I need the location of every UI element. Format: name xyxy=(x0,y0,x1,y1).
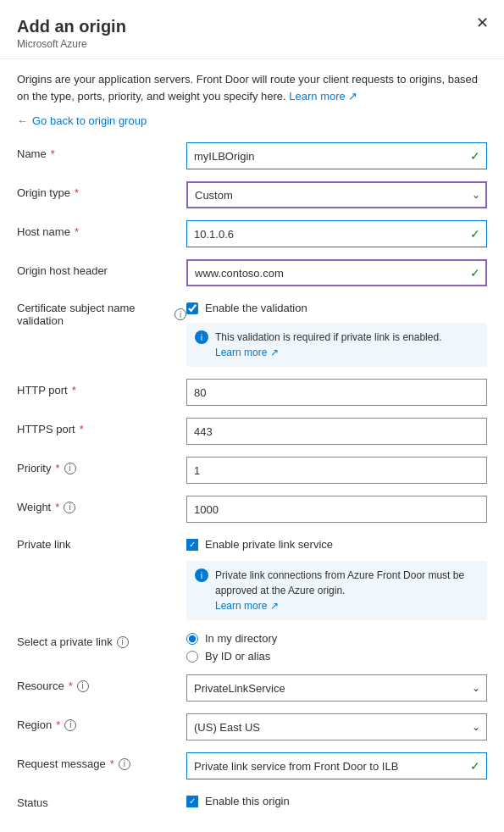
request-message-control: ✓ xyxy=(186,752,487,779)
name-required: * xyxy=(51,147,55,160)
name-input[interactable] xyxy=(186,142,487,169)
cert-info-box-text: This validation is required if private l… xyxy=(215,330,441,360)
private-link-radio-group: In my directory By ID or alias xyxy=(186,632,487,663)
cert-validation-info-box: i This validation is required if private… xyxy=(186,323,487,367)
cert-validation-info-icon[interactable]: i xyxy=(174,308,186,320)
http-port-required: * xyxy=(72,384,76,397)
private-link-info-box-text: Private link connections from Azure Fron… xyxy=(215,568,479,613)
host-name-input[interactable] xyxy=(186,220,487,247)
add-origin-panel: Add an origin Microsoft Azure ✕ Origins … xyxy=(0,0,504,832)
request-message-input[interactable] xyxy=(186,752,487,779)
select-private-link-row: Select a private link i In my directory … xyxy=(17,632,487,663)
cert-validation-label: Certificate subject name validation i xyxy=(17,298,186,327)
cert-validation-checkbox[interactable] xyxy=(186,302,198,314)
by-id-or-alias-radio[interactable] xyxy=(186,651,198,663)
panel-header: Add an origin Microsoft Azure ✕ xyxy=(0,0,504,59)
origin-host-header-label: Origin host header xyxy=(17,259,186,277)
origin-type-label: Origin type * xyxy=(17,181,186,199)
status-row: Status ✓ Enable this origin xyxy=(17,791,487,818)
resource-label: Resource * i xyxy=(17,674,186,692)
panel-body: Origins are your application servers. Fr… xyxy=(0,59,504,832)
cert-validation-row: Certificate subject name validation i En… xyxy=(17,298,487,367)
http-port-input-wrapper xyxy=(186,379,487,406)
by-id-or-alias-radio-row: By ID or alias xyxy=(186,650,487,663)
in-my-directory-radio[interactable] xyxy=(186,633,198,645)
priority-info-icon[interactable]: i xyxy=(64,463,76,474)
back-to-origin-group-link[interactable]: ← Go back to origin group xyxy=(17,114,487,127)
host-name-row: Host name * ✓ xyxy=(17,220,487,247)
cert-external-link-icon: ↗ xyxy=(270,347,279,358)
region-select[interactable]: (US) East US xyxy=(186,713,487,740)
private-link-checkbox-icon: ✓ xyxy=(186,539,198,551)
weight-required: * xyxy=(55,501,59,513)
description-text: Origins are your application servers. Fr… xyxy=(17,71,487,104)
priority-input-wrapper xyxy=(186,457,487,484)
private-link-label: Private link xyxy=(17,535,186,551)
weight-info-icon[interactable]: i xyxy=(64,502,75,513)
status-control: ✓ Enable this origin xyxy=(186,791,487,807)
status-checkbox-row: ✓ Enable this origin xyxy=(186,791,487,807)
resource-required: * xyxy=(69,679,73,692)
http-port-label: HTTP port * xyxy=(17,379,186,397)
request-message-label: Request message * i xyxy=(17,752,186,770)
cert-learn-more-link[interactable]: Learn more ↗ xyxy=(215,347,279,358)
in-my-directory-label: In my directory xyxy=(205,632,277,645)
region-control: (US) East US ⌄ xyxy=(186,713,487,740)
priority-label: Priority * i xyxy=(17,457,186,474)
origin-type-select-wrapper: Custom App Service Storage Application G… xyxy=(186,181,487,208)
name-row: Name * ✓ xyxy=(17,142,487,169)
https-port-input-wrapper xyxy=(186,418,487,445)
weight-input[interactable] xyxy=(186,496,487,523)
request-message-checkmark-icon: ✓ xyxy=(470,759,480,773)
https-port-row: HTTPS port * xyxy=(17,418,487,445)
weight-row: Weight * i xyxy=(17,496,487,523)
private-link-learn-more-link[interactable]: Learn more ↗ xyxy=(215,600,279,612)
origin-type-select[interactable]: Custom App Service Storage Application G… xyxy=(186,181,487,208)
origin-host-header-row: Origin host header ✓ xyxy=(17,259,487,286)
description-learn-more-link[interactable]: Learn more ↗ xyxy=(289,90,357,103)
panel-title: Add an origin xyxy=(17,17,487,36)
close-icon[interactable]: ✕ xyxy=(476,15,489,31)
private-link-info-circle-icon: i xyxy=(195,569,208,582)
region-info-icon[interactable]: i xyxy=(64,719,76,731)
host-name-input-wrapper: ✓ xyxy=(186,220,487,247)
resource-control: PrivateLinkService ⌄ xyxy=(186,674,487,702)
external-link-icon: ↗ xyxy=(348,90,357,103)
cert-validation-checkbox-row: Enable the validation xyxy=(186,298,487,314)
request-message-info-icon[interactable]: i xyxy=(119,758,130,770)
panel-subtitle: Microsoft Azure xyxy=(17,38,487,50)
host-name-label: Host name * xyxy=(17,220,186,238)
priority-input[interactable] xyxy=(186,457,487,484)
priority-required: * xyxy=(55,462,59,474)
resource-select-wrapper: PrivateLinkService ⌄ xyxy=(186,674,487,702)
name-checkmark-icon: ✓ xyxy=(470,149,480,163)
host-name-checkmark-icon: ✓ xyxy=(470,227,480,241)
status-label: Status xyxy=(17,791,186,809)
in-my-directory-radio-row: In my directory xyxy=(186,632,487,645)
http-port-row: HTTP port * xyxy=(17,379,487,406)
region-row: Region * i (US) East US ⌄ xyxy=(17,713,487,740)
private-link-info-box: i Private link connections from Azure Fr… xyxy=(186,561,487,620)
origin-type-control: Custom App Service Storage Application G… xyxy=(186,181,487,208)
cert-validation-control: Enable the validation i This validation … xyxy=(186,298,487,367)
priority-control xyxy=(186,457,487,484)
resource-select[interactable]: PrivateLinkService xyxy=(186,674,487,702)
select-private-link-label: Select a private link i xyxy=(17,632,186,648)
by-id-or-alias-label: By ID or alias xyxy=(205,650,270,663)
select-private-link-info-icon[interactable]: i xyxy=(117,636,129,648)
origin-host-header-input[interactable] xyxy=(186,259,487,286)
private-link-row: Private link ✓ Enable private link servi… xyxy=(17,535,487,620)
weight-input-wrapper xyxy=(186,496,487,523)
weight-control xyxy=(186,496,487,523)
name-control: ✓ xyxy=(186,142,487,169)
request-message-required: * xyxy=(110,757,114,770)
origin-type-row: Origin type * Custom App Service Storage… xyxy=(17,181,487,208)
status-checkbox-icon: ✓ xyxy=(186,796,198,807)
resource-info-icon[interactable]: i xyxy=(77,680,89,692)
name-input-wrapper: ✓ xyxy=(186,142,487,169)
request-message-input-wrapper: ✓ xyxy=(186,752,487,779)
origin-host-header-input-wrapper: ✓ xyxy=(186,259,487,286)
http-port-input[interactable] xyxy=(186,379,487,406)
weight-label: Weight * i xyxy=(17,496,186,513)
https-port-input[interactable] xyxy=(186,418,487,445)
